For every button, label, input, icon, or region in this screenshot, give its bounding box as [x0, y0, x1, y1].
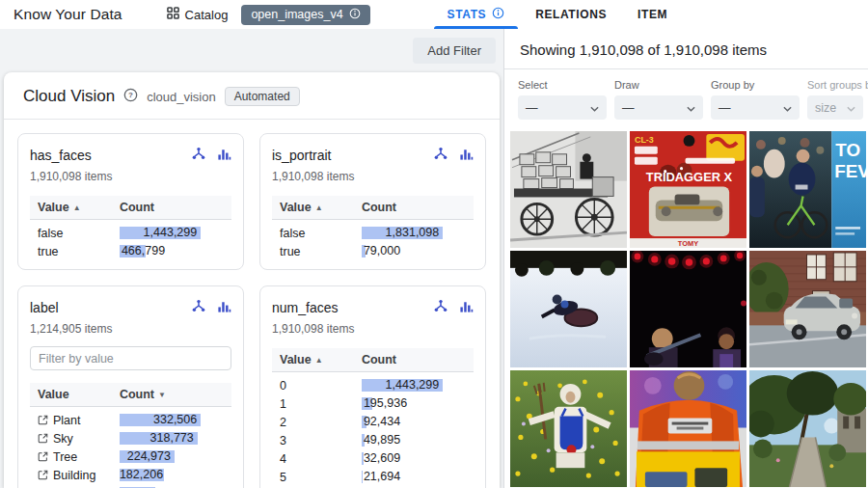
- tab-item[interactable]: ITEM: [622, 0, 683, 29]
- group-by-label: Group by: [711, 79, 800, 91]
- group-by-value: —: [719, 101, 731, 115]
- table-row[interactable]: 349,895: [272, 431, 474, 449]
- table-header: Value▲Count: [272, 348, 474, 372]
- group-by-dropdown[interactable]: —: [711, 95, 800, 120]
- automated-badge: Automated: [225, 87, 300, 106]
- grid-image-cyclists-poster[interactable]: TO FEV: [749, 131, 866, 248]
- column-header-value[interactable]: Value▲: [38, 201, 120, 214]
- filter-by-value-input[interactable]: [30, 346, 231, 370]
- table-body: 01,443,2991195,936292,434349,895432,6095…: [272, 372, 474, 488]
- info-icon[interactable]: [492, 7, 504, 22]
- value-cell[interactable]: Plant: [38, 414, 120, 427]
- table-row[interactable]: false1,831,098: [272, 224, 474, 242]
- chevron-down-icon: [687, 101, 695, 115]
- table-row[interactable]: 1195,936: [272, 394, 474, 413]
- grid-image-garden-path[interactable]: [749, 370, 866, 487]
- count-value: 79,000: [362, 244, 466, 258]
- draw-dropdown[interactable]: —: [614, 95, 703, 120]
- column-header-count[interactable]: Count▼: [120, 388, 224, 401]
- cloud-vision-panel: Cloud Vision ? cloud_vision Automated ha…: [4, 72, 500, 488]
- bar-chart-icon[interactable]: [459, 147, 474, 165]
- value-cell[interactable]: 3: [280, 434, 362, 447]
- grid-image-toy-package[interactable]: CL-3 TRIDAGGER X: [630, 131, 746, 248]
- table-row[interactable]: 432,609: [272, 449, 474, 468]
- table-row[interactable]: Sky318,773: [30, 429, 231, 447]
- grid-image-hivis-worker[interactable]: [630, 370, 746, 487]
- dataset-chip[interactable]: open_images_v4: [241, 5, 369, 25]
- column-header-value[interactable]: Value: [38, 388, 120, 401]
- table-body: Plant332,506Sky318,773Tree224,973Buildin…: [30, 407, 231, 488]
- count-cell: 49,895: [362, 433, 466, 447]
- value-cell[interactable]: 5: [280, 471, 362, 484]
- tab-stats[interactable]: STATS: [432, 0, 521, 29]
- table-row[interactable]: Event146,173: [30, 484, 231, 488]
- section-title: Cloud Vision: [23, 87, 115, 106]
- help-icon[interactable]: ?: [123, 88, 138, 106]
- column-header-value[interactable]: Value▲: [280, 353, 362, 366]
- grid-image-parked-car[interactable]: [749, 251, 866, 367]
- bar-chart-icon[interactable]: [459, 299, 474, 317]
- table-row[interactable]: 292,434: [272, 413, 474, 431]
- count-cell: 79,000: [362, 244, 466, 258]
- tab-relations[interactable]: RELATIONS: [520, 0, 622, 29]
- value-cell[interactable]: false: [280, 227, 362, 240]
- count-value: 32,609: [362, 451, 466, 466]
- filter-bar: Add Filter: [0, 29, 503, 72]
- value-cell[interactable]: Sky: [38, 432, 120, 446]
- count-cell: 224,973: [120, 449, 224, 464]
- table-body: false1,443,299true466,799: [30, 220, 231, 260]
- sort-groups-dropdown[interactable]: size: [807, 95, 863, 120]
- column-header-count[interactable]: Count: [362, 201, 466, 214]
- count-cell: 466,799: [120, 244, 224, 258]
- grid-icon: [167, 7, 179, 22]
- chevron-down-icon: [783, 101, 792, 115]
- value-count-table: Value▲Countfalse1,443,299true466,799: [30, 196, 231, 260]
- table-row[interactable]: Tree224,973: [30, 447, 231, 466]
- table-row[interactable]: 521,694: [272, 468, 474, 486]
- bar-chart-icon[interactable]: [217, 299, 231, 317]
- value-cell[interactable]: true: [280, 245, 362, 258]
- grid-image-truck-illustration[interactable]: [510, 131, 627, 248]
- table-row[interactable]: Plant332,506: [30, 411, 231, 429]
- value-count-table: Value▲Countfalse1,831,098true79,000: [272, 196, 474, 260]
- column-header-count[interactable]: Count: [362, 353, 466, 366]
- value-cell[interactable]: 4: [280, 452, 362, 466]
- count-value: 1,831,098: [362, 226, 443, 240]
- value-cell[interactable]: 2: [280, 416, 362, 429]
- main-split: Add Filter Cloud Vision ? cloud_vision A…: [0, 29, 868, 488]
- grid-image-snow-tubing[interactable]: [510, 251, 627, 367]
- value-cell[interactable]: 0: [280, 379, 362, 393]
- select-dropdown[interactable]: —: [518, 95, 607, 120]
- branch-chart-icon[interactable]: [191, 298, 206, 317]
- branch-chart-icon[interactable]: [433, 146, 448, 165]
- table-row[interactable]: true466,799: [30, 242, 231, 260]
- value-cell[interactable]: Building: [38, 469, 120, 482]
- open-in-new-icon: [38, 433, 48, 444]
- card-item-count: 1,910,098 items: [272, 322, 474, 336]
- table-row[interactable]: true79,000: [272, 242, 474, 260]
- group-by-control: Group by —: [711, 79, 800, 120]
- value-cell[interactable]: true: [38, 245, 120, 258]
- value-cell[interactable]: Tree: [38, 450, 120, 464]
- table-row[interactable]: false1,443,299: [30, 224, 231, 242]
- bar-chart-icon[interactable]: [217, 147, 231, 165]
- table-row[interactable]: 01,443,299: [272, 376, 474, 394]
- grid-image-flower-field-costume[interactable]: [510, 370, 627, 487]
- table-row[interactable]: Building182,206: [30, 466, 231, 484]
- add-filter-button[interactable]: Add Filter: [413, 38, 496, 64]
- card-item-count: 1,910,098 items: [30, 170, 231, 183]
- chevron-down-icon: [847, 101, 855, 115]
- column-header-count[interactable]: Count: [120, 201, 224, 214]
- count-cell: 1,831,098: [362, 226, 466, 240]
- grid-image-concert[interactable]: [630, 251, 746, 367]
- column-header-value[interactable]: Value▲: [280, 201, 362, 214]
- value-cell[interactable]: 1: [280, 397, 362, 411]
- tab-stats-label: STATS: [448, 8, 487, 21]
- branch-chart-icon[interactable]: [433, 298, 448, 317]
- branch-chart-icon[interactable]: [191, 146, 206, 165]
- count-value: 224,973: [120, 449, 175, 464]
- draw-value: —: [622, 101, 635, 115]
- catalog-button[interactable]: Catalog: [167, 7, 229, 22]
- card-title: has_faces: [30, 148, 92, 163]
- value-cell[interactable]: false: [38, 227, 120, 240]
